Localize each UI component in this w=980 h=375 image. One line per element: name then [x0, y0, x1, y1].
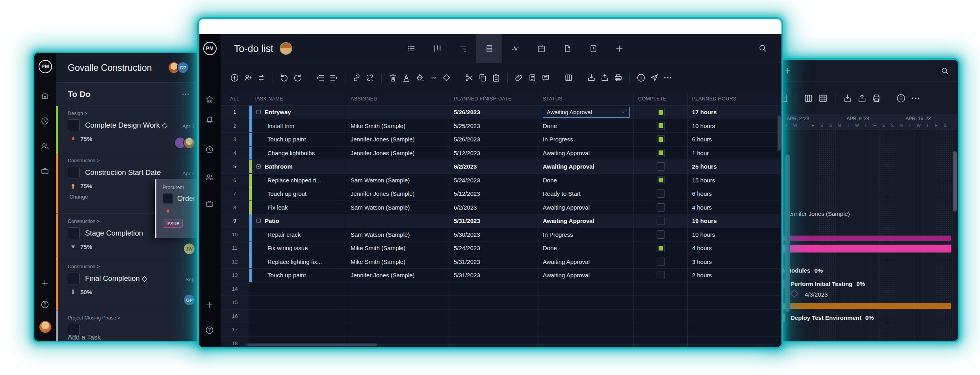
cell-task[interactable]: Repair crack	[249, 228, 346, 242]
plus-circle-icon[interactable]	[230, 73, 239, 83]
complete-checkbox[interactable]	[657, 122, 665, 130]
cell-date[interactable]: 5/24/2023	[449, 241, 538, 255]
cell-empty[interactable]	[249, 282, 346, 296]
col-assigned[interactable]: ASSIGNED	[346, 93, 449, 106]
cell-empty[interactable]	[688, 282, 781, 296]
cell-task[interactable]: Touch up paint	[249, 269, 346, 282]
cut-icon[interactable]	[464, 73, 474, 83]
users-icon[interactable]	[205, 173, 214, 182]
dots-icon[interactable]	[663, 73, 673, 83]
complete-checkbox[interactable]	[657, 108, 665, 116]
cell-assigned[interactable]: Mike Smith (Sample)	[346, 255, 449, 269]
table-row[interactable]: 4Change lightbulbsJennifer Jones (Sample…	[221, 147, 781, 160]
cell-task[interactable]: Entryway	[249, 106, 346, 119]
chevron-down-icon[interactable]	[620, 109, 626, 115]
cell-hours[interactable]: 3 hours	[688, 255, 781, 269]
dragged-card[interactable]: Procurem Order E Issue	[155, 179, 200, 238]
cell-date[interactable]: 5/26/2023	[449, 106, 538, 119]
row-number[interactable]: 10	[221, 228, 249, 242]
tab-view-sheet[interactable]	[476, 34, 502, 63]
cell-empty[interactable]	[449, 310, 538, 323]
search-icon[interactable]	[758, 43, 767, 53]
cell-empty[interactable]	[634, 296, 688, 310]
cell-date[interactable]: 5/12/2023	[449, 187, 538, 201]
cell-task[interactable]: Replace chipped ti...	[249, 174, 346, 188]
cell-assigned[interactable]: Mike Smith (Sample)	[346, 119, 449, 133]
cell-task[interactable]: Touch up grout	[249, 187, 346, 201]
plus-icon[interactable]	[40, 278, 50, 288]
cell-hours[interactable]: 4 hours	[688, 241, 781, 255]
search-icon[interactable]	[940, 66, 949, 75]
export-icon[interactable]	[600, 73, 610, 83]
complete-checkbox[interactable]	[657, 271, 665, 279]
row-number[interactable]: 8	[221, 201, 249, 215]
tab-plus[interactable]	[606, 34, 632, 63]
add-task-button[interactable]: Add a Task	[68, 334, 101, 341]
home-icon[interactable]	[205, 95, 214, 104]
card-checkbox[interactable]	[163, 193, 173, 204]
complete-checkbox[interactable]	[657, 258, 665, 266]
cell-task[interactable]: Touch up paint	[249, 133, 346, 147]
loop-icon[interactable]	[256, 73, 266, 83]
avatar-gp[interactable]: GP	[177, 61, 189, 74]
cell-complete[interactable]	[634, 241, 688, 255]
row-number[interactable]: 4	[221, 147, 249, 160]
table-row[interactable]: 1Entryway5/26/2023Awaiting Approval17 ho…	[221, 106, 781, 119]
question-icon[interactable]	[40, 300, 50, 309]
cell-status[interactable]: Awaiting Approval	[538, 214, 634, 228]
cell-empty[interactable]	[538, 282, 634, 296]
table-row[interactable]: 3Touch up paintJennifer Jones (Sample)5/…	[221, 133, 781, 147]
tab-view-panel[interactable]	[580, 34, 606, 63]
text-a-icon[interactable]	[401, 73, 411, 83]
cell-task[interactable]: Replace lighting fix...	[249, 255, 346, 269]
col-status[interactable]: STATUS	[538, 93, 634, 106]
briefcase-icon[interactable]	[40, 166, 50, 176]
paste-icon[interactable]	[491, 73, 501, 83]
complete-checkbox[interactable]	[657, 203, 665, 212]
card-checkbox[interactable]	[68, 119, 80, 131]
users-icon[interactable]	[40, 141, 50, 151]
vertical-scrollbar[interactable]	[778, 115, 781, 151]
cell-empty[interactable]	[249, 310, 346, 323]
diamond-icon[interactable]	[442, 73, 451, 83]
right-scrollbar[interactable]	[953, 151, 957, 212]
cell-status[interactable]: Awaiting Approval	[538, 147, 634, 160]
complete-checkbox[interactable]	[657, 176, 665, 184]
cell-complete[interactable]	[634, 133, 688, 147]
cell-empty[interactable]	[449, 323, 538, 337]
cell-date[interactable]: 5/12/2023	[449, 147, 538, 160]
col-date[interactable]: PLANNED FINISH DATE	[449, 93, 538, 106]
cell-date[interactable]: 5/31/2023	[449, 269, 538, 282]
cell-complete[interactable]	[634, 214, 688, 228]
cell-task[interactable]: Bathroom	[249, 160, 346, 174]
send-icon[interactable]	[650, 73, 659, 83]
cell-complete[interactable]	[634, 187, 688, 201]
dots-icon[interactable]	[910, 93, 921, 104]
view-activity-icon[interactable]	[510, 44, 520, 54]
complete-checkbox[interactable]	[657, 189, 665, 198]
complete-checkbox[interactable]	[657, 230, 665, 239]
cell-assigned[interactable]: Sam Watson (Sample)	[346, 201, 449, 215]
cell-empty[interactable]	[538, 310, 634, 323]
cell-empty[interactable]	[688, 323, 781, 337]
cell-hours[interactable]: 1 hour	[688, 147, 781, 160]
view-sheet-icon[interactable]	[484, 44, 494, 54]
cell-complete[interactable]	[634, 228, 688, 242]
cell-empty[interactable]	[249, 323, 346, 337]
column-menu-icon[interactable]	[181, 90, 190, 98]
card-checkbox[interactable]	[68, 167, 80, 178]
row-number[interactable]: 7	[221, 187, 249, 201]
cell-status[interactable]: Done	[538, 241, 634, 255]
cell-hours[interactable]: 10 hours	[688, 228, 781, 242]
add-icon[interactable]	[783, 67, 792, 75]
comment-icon[interactable]	[541, 73, 551, 83]
view-list-icon[interactable]	[406, 44, 416, 54]
clock-icon[interactable]	[40, 116, 50, 126]
tab-view-board[interactable]	[424, 34, 450, 63]
clock-icon[interactable]	[205, 145, 214, 154]
plus-icon[interactable]	[614, 44, 624, 54]
complete-checkbox[interactable]	[657, 162, 665, 171]
cell-date[interactable]: 5/30/2023	[449, 228, 538, 242]
view-doc-icon[interactable]	[562, 44, 572, 54]
cell-complete[interactable]	[634, 201, 688, 215]
